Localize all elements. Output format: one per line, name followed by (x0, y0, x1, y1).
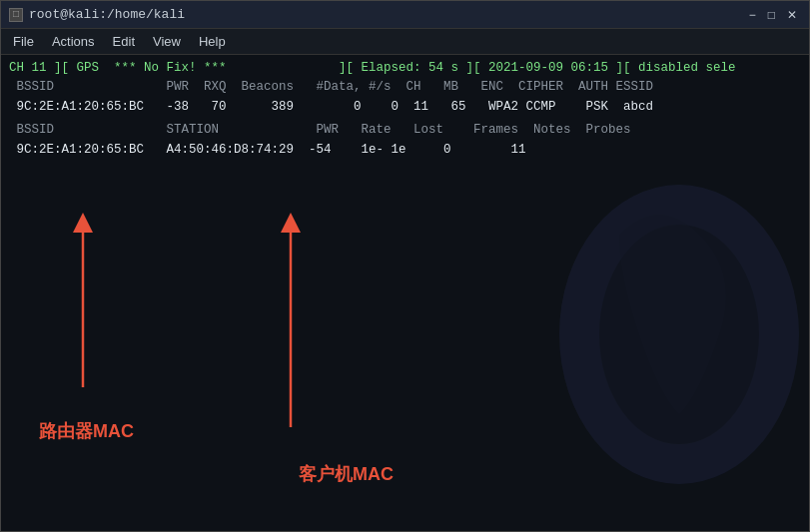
client-arrow (281, 203, 321, 437)
close-button[interactable]: ✕ (783, 8, 801, 22)
data-row-2: 9C:2E:A1:20:65:BC A4:50:46:D8:74:29 -54 … (9, 141, 801, 160)
minimize-button[interactable]: − (745, 8, 760, 22)
router-arrow (73, 203, 113, 397)
terminal-content: CH 11 ][ GPS *** No Fix! *** ][ Elapsed:… (1, 55, 809, 531)
header-row-2: BSSID STATION PWR Rate Lost Frames Notes… (9, 121, 801, 140)
title-bar-controls: − □ ✕ (745, 8, 801, 22)
menu-file[interactable]: File (5, 32, 42, 51)
menu-actions[interactable]: Actions (44, 32, 103, 51)
data-row-1: 9C:2E:A1:20:65:BC -38 70 389 0 0 11 65 W… (9, 98, 801, 117)
menu-view[interactable]: View (145, 32, 189, 51)
status-line: CH 11 ][ GPS *** No Fix! *** ][ Elapsed:… (9, 59, 801, 78)
terminal-window: □ root@kali:/home/kali − □ ✕ File Action… (0, 0, 810, 532)
client-mac-label: 客户机MAC (299, 462, 394, 486)
svg-point-3 (599, 225, 759, 444)
menu-edit[interactable]: Edit (105, 32, 143, 51)
window-title: root@kali:/home/kali (29, 7, 185, 22)
maximize-button[interactable]: □ (764, 8, 779, 22)
window-icon: □ (9, 8, 23, 22)
title-bar: □ root@kali:/home/kali − □ ✕ (1, 1, 809, 29)
router-mac-label: 路由器MAC (39, 419, 134, 443)
menu-help[interactable]: Help (191, 32, 234, 51)
menu-bar: File Actions Edit View Help (1, 29, 809, 55)
watermark (479, 135, 799, 494)
window-icon-symbol: □ (13, 9, 19, 20)
svg-point-2 (559, 185, 799, 484)
header-row-1: BSSID PWR RXQ Beacons #Data, #/s CH MB E… (9, 78, 801, 97)
title-bar-left: □ root@kali:/home/kali (9, 7, 185, 22)
